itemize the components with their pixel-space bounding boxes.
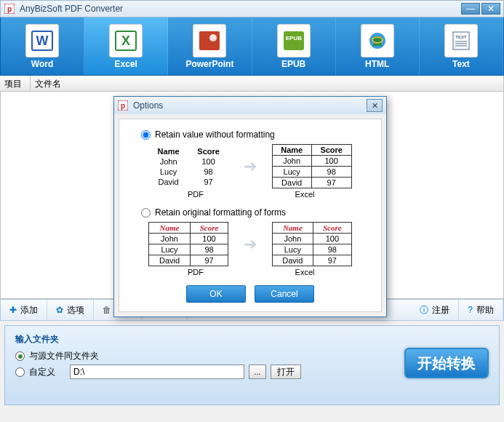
minimize-button[interactable]: — [461, 3, 480, 15]
arrow-right-icon: ➔ [244, 157, 257, 176]
column-index[interactable]: 项目 [0, 76, 31, 91]
radio-retain-value[interactable] [141, 130, 151, 140]
sample-excel-formatted: NameScore John100 Lucy98 David97 [272, 222, 352, 266]
add-button[interactable]: ✚添加 [1, 300, 47, 320]
radio-retain-formatting[interactable] [141, 208, 151, 218]
tab-label: PowerPoint [185, 59, 233, 69]
option-retain-value[interactable]: Retain value without formatting [141, 130, 359, 140]
svg-point-7 [209, 34, 217, 41]
caption-excel: Excel [265, 190, 345, 199]
svg-text:p: p [121, 102, 125, 110]
option-retain-formatting[interactable]: Retain original formatting of forms [141, 207, 359, 218]
epub-icon: EPUB [277, 24, 311, 57]
tab-powerpoint[interactable]: PowerPoint [168, 17, 252, 75]
list-column-header: 项目 文件名 [0, 76, 504, 92]
caption-pdf: PDF [156, 268, 236, 276]
caption-pdf: PDF [156, 190, 236, 199]
tab-label: HTML [365, 59, 389, 69]
dialog-titlebar[interactable]: p Options ✕ [114, 97, 386, 114]
options-dialog: p Options ✕ Retain value without formatt… [113, 96, 387, 317]
radio-custom[interactable] [15, 367, 25, 377]
ok-button[interactable]: OK [186, 285, 246, 303]
radio-same-folder-label: 与源文件同文件夹 [29, 350, 99, 362]
help-icon: ? [468, 305, 473, 315]
dialog-body: Retain value without formatting NameScor… [119, 119, 382, 312]
powerpoint-icon [193, 24, 226, 57]
window-title: AnyBizSoft PDF Converter [20, 4, 460, 14]
output-title: 输入文件夹 [15, 333, 489, 346]
sample-row-1: NameScore John100 Lucy98 David97 ➔ NameS… [141, 144, 359, 188]
options-button[interactable]: ✿选项 [47, 300, 94, 320]
excel-icon: X [109, 24, 143, 57]
info-icon: ⓘ [420, 304, 428, 316]
gear-icon: ✿ [56, 305, 63, 315]
dialog-close-button[interactable]: ✕ [367, 99, 383, 112]
sample-row-2: NameScore John100 Lucy98 David97 ➔ NameS… [141, 222, 359, 266]
svg-text:X: X [121, 33, 130, 48]
start-convert-button[interactable]: 开始转换 [404, 348, 489, 378]
svg-text:p: p [7, 5, 12, 13]
svg-text:EPUB: EPUB [285, 35, 301, 41]
html-icon [361, 24, 394, 57]
plus-icon: ✚ [9, 305, 17, 315]
text-icon: TEXT [444, 24, 478, 57]
tab-html[interactable]: HTML [336, 17, 420, 75]
browse-button[interactable]: ... [249, 365, 266, 379]
dialog-buttons: OK Cancel [141, 285, 359, 303]
arrow-right-icon: ➔ [244, 235, 257, 254]
cancel-button[interactable]: Cancel [255, 285, 314, 303]
register-button[interactable]: ⓘ注册 [411, 300, 459, 320]
column-filename[interactable]: 文件名 [31, 76, 504, 91]
tab-label: Excel [115, 59, 137, 69]
app-logo-icon: p [4, 3, 15, 15]
caption-excel: Excel [265, 268, 345, 276]
sample-pdf-plain: NameScore John100 Lucy98 David97 [148, 146, 228, 187]
tab-label: Text [452, 59, 470, 69]
word-icon: W [25, 24, 59, 57]
dialog-title: Options [133, 100, 367, 111]
tab-word[interactable]: W Word [1, 17, 84, 75]
svg-rect-6 [199, 31, 220, 50]
tab-label: EPUB [281, 59, 305, 69]
dialog-logo-icon: p [118, 100, 129, 111]
tab-epub[interactable]: EPUB EPUB [252, 17, 336, 75]
sample-excel-plain: NameScore John100 Lucy98 David97 [272, 144, 352, 188]
tab-text[interactable]: TEXT Text [420, 17, 503, 75]
sample-pdf-formatted: NameScore John100 Lucy98 David97 [148, 222, 228, 266]
help-button[interactable]: ?帮助 [459, 300, 503, 320]
window-titlebar: p AnyBizSoft PDF Converter — ✕ [0, 0, 504, 17]
option-label: Retain value without formatting [155, 130, 275, 140]
format-tabstrip: W Word X Excel PowerPoint EPUB EPUB HTML… [0, 17, 504, 76]
svg-text:TEXT: TEXT [455, 35, 467, 39]
output-panel: 输入文件夹 与源文件同文件夹 自定义 ... 打开 开始转换 [4, 325, 500, 405]
close-button[interactable]: ✕ [481, 3, 500, 15]
radio-custom-label: 自定义 [29, 366, 65, 378]
trash-icon: 🗑 [103, 305, 111, 315]
tab-excel[interactable]: X Excel [84, 17, 168, 75]
option-label: Retain original formatting of forms [155, 207, 286, 218]
radio-same-folder[interactable] [15, 351, 25, 361]
tab-label: Word [31, 59, 53, 69]
svg-text:W: W [36, 33, 49, 48]
open-folder-button[interactable]: 打开 [271, 365, 301, 379]
output-path-input[interactable] [70, 365, 244, 379]
